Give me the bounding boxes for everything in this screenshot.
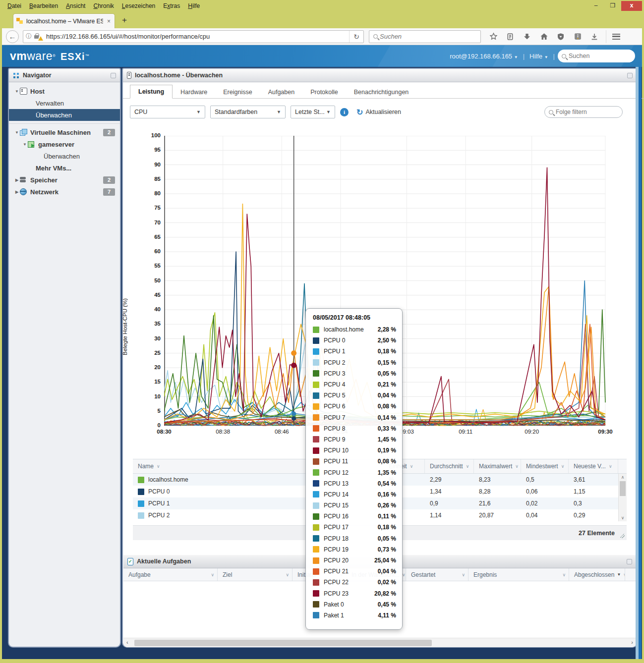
caret-icon[interactable]: ▼ xyxy=(22,142,28,147)
resize-grip[interactable] xyxy=(620,534,625,538)
sidebar-item-gameserver[interactable]: ▼gameserver xyxy=(9,138,120,150)
scrollbar-thumb[interactable] xyxy=(134,640,432,646)
y-tick-label: 5 xyxy=(142,408,161,414)
menu-bearbeiten[interactable]: Bearbeiten xyxy=(26,1,61,11)
reload-button[interactable]: ↻ xyxy=(349,31,363,43)
scroll-right-icon[interactable]: › xyxy=(631,639,633,645)
sort-chevron-icon[interactable]: ∨ xyxy=(410,464,413,469)
sort-chevron-icon[interactable]: ∨ xyxy=(462,572,465,577)
menu-chronik[interactable]: Chronik xyxy=(90,1,117,11)
menu-lesezeichen[interactable]: Lesezeichen xyxy=(118,1,159,11)
sort-chevron-icon[interactable]: ∨ xyxy=(286,572,289,577)
caret-icon[interactable]: ▼ xyxy=(14,89,20,94)
series-name: PCPU 16 xyxy=(324,513,349,520)
pin-icon[interactable] xyxy=(627,559,632,564)
cell-value: 8,23 xyxy=(474,474,521,486)
sort-chevron-icon[interactable]: ∨ xyxy=(562,572,566,577)
sidebar-item-verwalten[interactable]: Verwalten xyxy=(9,97,120,109)
account-menu[interactable]: root@192.168.66.165 ▼ xyxy=(450,53,518,60)
shield-addon-icon[interactable] xyxy=(553,30,568,43)
pin-icon[interactable] xyxy=(111,73,116,78)
browser-tab[interactable]: localhost.home – VMware ES × xyxy=(13,13,115,28)
url-input[interactable] xyxy=(42,33,349,40)
series-value: 0,21 % xyxy=(378,381,396,388)
tab-ereignisse[interactable]: Ereignisse xyxy=(215,86,260,99)
colors-select[interactable]: Standardfarben▼ xyxy=(210,106,286,118)
series-name: PCPU 7 xyxy=(324,414,345,421)
caret-icon[interactable]: ▶ xyxy=(14,190,20,194)
menu-hamburger-icon[interactable] xyxy=(606,30,621,43)
sidebar-item-mehr-vms-[interactable]: Mehr VMs... xyxy=(9,162,120,174)
menu-hilfe[interactable]: Hilfe xyxy=(184,1,203,11)
url-bar[interactable]: ⓘ ↻ xyxy=(23,30,364,43)
menu-ansicht[interactable]: Ansicht xyxy=(62,1,89,11)
downloads-icon[interactable] xyxy=(520,30,534,43)
sidebar-item-speicher[interactable]: ▶Speicher2 xyxy=(9,174,120,186)
refresh-button[interactable]: ↻ Aktualisieren xyxy=(356,108,401,117)
sidebar-item-host[interactable]: ▼Host xyxy=(9,85,120,97)
insecure-lock-icon[interactable] xyxy=(34,33,42,40)
column-header-mindestwert[interactable]: Mindestwert∨ xyxy=(521,459,569,473)
task-column-aufgabe[interactable]: Aufgabe∨ xyxy=(123,568,218,581)
minimize-button[interactable]: – xyxy=(587,1,604,11)
tab-protokolle[interactable]: Protokolle xyxy=(302,86,346,99)
sidebar-item-überwachen[interactable]: Überwachen xyxy=(9,109,120,121)
task-column-abgeschlossen[interactable]: Abgeschlossen▼∨ xyxy=(569,568,625,581)
tab-aufgaben[interactable]: Aufgaben xyxy=(260,86,303,99)
esxi-search-input[interactable] xyxy=(566,53,642,59)
series-value: 0,11 % xyxy=(378,513,396,520)
series-swatch xyxy=(313,425,319,432)
task-column-gestartet[interactable]: Gestartet∨ xyxy=(406,568,468,581)
sort-chevron-icon[interactable]: ∨ xyxy=(157,464,160,469)
extension-icon[interactable] xyxy=(570,30,585,43)
sidebar-item-überwachen[interactable]: Überwachen xyxy=(9,150,120,162)
new-tab-button[interactable]: + xyxy=(118,15,131,25)
column-header-durchschnitt[interactable]: Durchschnitt∨ xyxy=(425,459,474,473)
sort-chevron-icon[interactable]: ∨ xyxy=(623,572,625,577)
browser-search-input[interactable] xyxy=(378,33,480,40)
tab-benachrichtigungen[interactable]: Benachrichtigungen xyxy=(346,86,417,99)
caret-icon[interactable]: ▼ xyxy=(14,130,20,135)
task-column-ergebnis[interactable]: Ergebnis∨ xyxy=(468,568,569,581)
table-scrollbar[interactable]: ∧∨ xyxy=(618,474,627,521)
menu-extras[interactable]: Extras xyxy=(160,1,183,11)
scroll-left-icon[interactable]: ‹ xyxy=(126,639,128,645)
sort-chevron-icon[interactable]: ∨ xyxy=(211,572,214,577)
browser-search-box[interactable] xyxy=(369,30,481,43)
tab-close-icon[interactable]: × xyxy=(106,18,112,25)
divider xyxy=(9,123,120,124)
menu-datei[interactable]: Datei xyxy=(4,1,25,11)
home-icon[interactable] xyxy=(536,30,551,43)
bookmarks-library-icon[interactable] xyxy=(503,30,518,43)
series-value: 0,04 % xyxy=(378,392,396,399)
horizontal-scrollbar[interactable]: ‹ › xyxy=(123,638,636,647)
bookmark-star-icon[interactable] xyxy=(486,30,501,43)
task-column-ziel[interactable]: Ziel∨ xyxy=(218,568,293,581)
sidebar-item-netzwerk[interactable]: ▶Netzwerk7 xyxy=(9,186,120,198)
help-menu[interactable]: Hilfe ▼ xyxy=(529,53,548,60)
sort-chevron-icon[interactable]: ∨ xyxy=(515,464,519,469)
time-range-select[interactable]: Letzte St...▼ xyxy=(291,106,335,118)
metric-select[interactable]: CPU▼ xyxy=(130,106,205,118)
close-button[interactable]: x xyxy=(621,1,642,11)
sort-chevron-icon[interactable]: ∨ xyxy=(466,464,469,469)
maximize-button[interactable]: ❒ xyxy=(604,1,621,11)
column-header-maximalwert[interactable]: Maximalwert∨ xyxy=(474,459,521,473)
tooltip-row: PCPU 180,05 % xyxy=(313,533,396,544)
column-header-neuestev[interactable]: Neueste V...∨ xyxy=(569,459,618,473)
back-button[interactable]: ← xyxy=(6,30,19,43)
info-icon[interactable]: i xyxy=(340,108,349,116)
caret-icon[interactable]: ▶ xyxy=(14,178,20,182)
download-file-icon[interactable] xyxy=(587,30,602,43)
filter-input[interactable] xyxy=(553,109,633,115)
tab-leistung[interactable]: Leistung xyxy=(130,85,173,99)
sidebar-item-virtuelle-maschinen[interactable]: ▼Virtuelle Maschinen2 xyxy=(9,126,120,138)
page-info-icon[interactable]: ⓘ xyxy=(23,32,34,41)
sort-chevron-icon[interactable]: ∨ xyxy=(609,464,612,469)
filter-box[interactable] xyxy=(544,106,623,118)
series-swatch xyxy=(313,337,319,344)
esxi-search-box[interactable]: ▼ xyxy=(558,50,635,62)
tab-hardware[interactable]: Hardware xyxy=(173,86,215,99)
pin-icon[interactable] xyxy=(627,73,633,78)
sort-chevron-icon[interactable]: ∨ xyxy=(561,464,565,469)
